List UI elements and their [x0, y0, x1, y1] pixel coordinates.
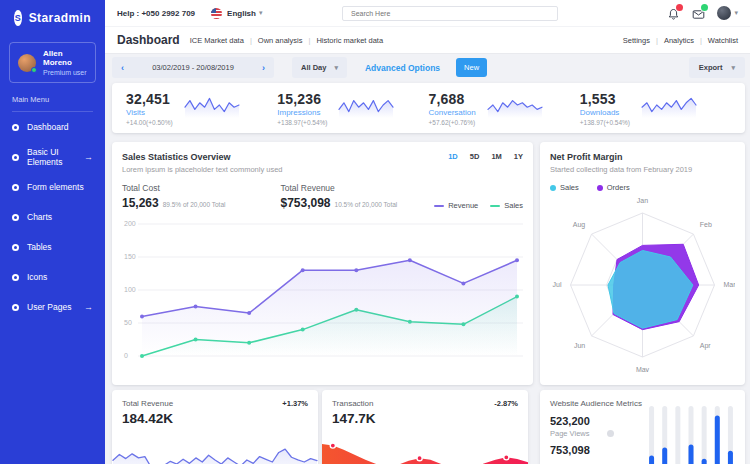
stat-value: 32,451 — [126, 91, 173, 107]
svg-text:Apr: Apr — [700, 342, 712, 350]
chevron-left-icon[interactable]: ‹ — [121, 63, 124, 73]
date-range-picker[interactable]: ‹ 03/02/2019 - 20/08/2019 › — [112, 57, 274, 78]
legend-swatch — [490, 205, 500, 207]
svg-text:100: 100 — [124, 286, 136, 293]
notification-badge — [676, 4, 683, 11]
range-button-1y[interactable]: 1Y — [514, 152, 523, 174]
header-links: ICE Market data|Own analysis|Historic ma… — [190, 36, 383, 45]
chevron-right-icon[interactable]: › — [262, 63, 265, 73]
search-input[interactable] — [342, 6, 558, 21]
svg-text:Mar: Mar — [724, 281, 736, 288]
menu-bullet-icon — [12, 184, 19, 191]
sales-statistics-card: Sales Statistics Overview Lorem ipsum is… — [112, 142, 533, 385]
header-link-settings[interactable]: Settings — [623, 36, 650, 45]
legend-item-revenue: Revenue — [434, 201, 478, 210]
chart-legend: RevenueSales — [434, 201, 523, 210]
total-cost-value: 15,263 — [122, 196, 159, 210]
card-title: Net Profit Margin — [550, 152, 735, 162]
messages-button[interactable] — [692, 7, 705, 20]
date-range-value: 03/02/2019 - 20/08/2019 — [152, 63, 234, 72]
help-phone: Help : +050 2992 709 — [117, 9, 195, 18]
chevron-down-icon: ▾ — [334, 64, 338, 72]
export-button[interactable]: Export ▾ — [689, 57, 745, 78]
stat-label: Downloads — [580, 108, 630, 117]
stat-label: Conversation — [429, 108, 476, 117]
sidebar-item-charts[interactable]: Charts — [0, 202, 105, 232]
legend-swatch — [434, 205, 444, 207]
total-revenue-value: $753,098 — [280, 196, 330, 210]
sidebar-item-dashboard[interactable]: Dashboard — [0, 112, 105, 142]
page-views-label: Page Views — [550, 429, 589, 438]
radar-chart: JanFebMarAprMayJunJulAug — [550, 194, 735, 372]
page-header: Dashboard ICE Market data|Own analysis|H… — [105, 26, 750, 54]
sidebar-user-card[interactable]: Allen Moreno Premium user — [9, 42, 96, 83]
main-area: Help : +050 2992 709 English ▾ ▾ — [105, 0, 750, 464]
menu-bullet-icon — [12, 154, 19, 161]
stat-value: 15,236 — [277, 91, 327, 107]
sidebar-item-user-pages[interactable]: User Pages→ — [0, 292, 105, 322]
page-title: Dashboard — [117, 33, 180, 47]
profile-menu[interactable]: ▾ — [717, 6, 738, 20]
menu-bullet-icon — [12, 124, 19, 131]
svg-text:150: 150 — [124, 253, 136, 260]
range-button-5d[interactable]: 5D — [470, 152, 480, 174]
header-link-historic-market-data[interactable]: Historic market data — [316, 36, 383, 45]
new-button[interactable]: New — [456, 58, 487, 77]
sidebar-item-form-elements[interactable]: Form elements — [0, 172, 105, 202]
menu-section-label: Main Menu — [12, 95, 93, 112]
sidebar-item-icons[interactable]: Icons — [0, 262, 105, 292]
sidebar-item-label: Dashboard — [27, 122, 69, 132]
total-revenue-block: Total Revenue $753,098 10.5% of 20,000 T… — [280, 183, 397, 210]
legend-item-orders: Orders — [597, 183, 630, 192]
separator: | — [308, 36, 310, 45]
legend-item-sales: Sales — [550, 183, 579, 192]
separator: | — [700, 36, 702, 45]
range-selector: 1D5D1M1Y — [448, 152, 523, 174]
mini-card-title: Total Revenue — [122, 399, 173, 408]
header-link-watchlist[interactable]: Watchlist — [708, 36, 738, 45]
flag-icon[interactable] — [211, 8, 222, 19]
sidebar-item-label: Charts — [27, 212, 52, 222]
sidebar-item-label: User Pages — [27, 302, 71, 312]
svg-text:50: 50 — [124, 319, 132, 326]
sparkline-chart — [183, 92, 241, 118]
submenu-arrow-icon: → — [84, 302, 93, 312]
menu-bullet-icon — [12, 214, 19, 221]
day-select-value: All Day — [301, 63, 326, 72]
language-selector[interactable]: English — [227, 9, 256, 18]
mini-card-delta: +1.37% — [282, 399, 308, 408]
advanced-options-link[interactable]: Advanced Options — [365, 63, 440, 73]
stats-summary-card: 32,451Visits+14.00(+0.50%)15,236Impressi… — [112, 83, 745, 133]
card-title: Sales Statistics Overview — [122, 152, 283, 162]
sidebar-item-basic-ui-elements[interactable]: Basic UI Elements→ — [0, 142, 105, 172]
header-link-ice-market-data[interactable]: ICE Market data — [190, 36, 244, 45]
header-link-own-analysis[interactable]: Own analysis — [258, 36, 303, 45]
stat-delta: +138.97(+0.54%) — [580, 119, 630, 126]
stat-delta: +57.62(+0.76%) — [429, 119, 476, 126]
stat-delta: +138.97(+0.54%) — [277, 119, 327, 126]
notifications-button[interactable] — [667, 7, 680, 20]
total-cost-block: Total Cost 15,263 89.5% of 20,000 Total — [122, 183, 225, 210]
menu-bullet-icon — [12, 304, 19, 311]
range-button-1d[interactable]: 1D — [448, 152, 458, 174]
separator: | — [656, 36, 658, 45]
range-button-1m[interactable]: 1M — [491, 152, 501, 174]
brand[interactable]: S Staradmin — [0, 0, 105, 34]
menu-bullet-icon — [12, 244, 19, 251]
user-name: Allen Moreno — [43, 49, 87, 67]
svg-text:0: 0 — [124, 352, 128, 359]
day-select[interactable]: All Day ▾ — [292, 57, 347, 78]
header-link-analytics[interactable]: Analytics — [664, 36, 694, 45]
sidebar-item-tables[interactable]: Tables — [0, 232, 105, 262]
info-icon[interactable] — [607, 430, 614, 437]
sidebar-item-label: Icons — [27, 272, 47, 282]
stat-value: 7,688 — [429, 91, 476, 107]
topbar: Help : +050 2992 709 English ▾ ▾ — [105, 0, 750, 26]
mini-card-title: Transaction — [332, 399, 374, 408]
revenue-trend-chart — [112, 444, 318, 464]
total-revenue-note: 10.5% of 20,000 Total — [335, 201, 398, 208]
svg-text:Aug: Aug — [573, 221, 586, 229]
card-subtitle: Lorem ipsum is placeholder text commonly… — [122, 165, 283, 174]
total-revenue-mini-card: Total Revenue +1.37% 184.42K — [112, 390, 318, 464]
sidebar: S Staradmin Allen Moreno Premium user Ma… — [0, 0, 105, 464]
